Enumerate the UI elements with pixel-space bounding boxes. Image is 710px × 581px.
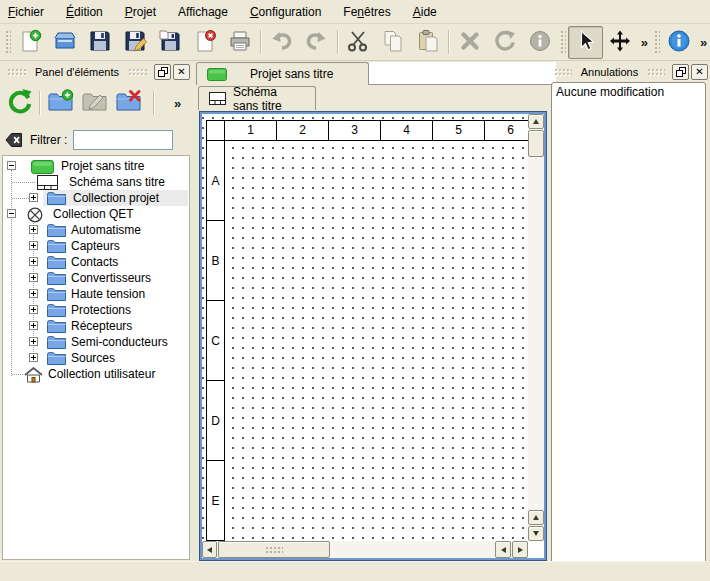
menu-fenetres[interactable]: Fenêtres: [343, 5, 390, 19]
row-header-column: A B C D E: [207, 141, 225, 541]
open-project-button[interactable]: [48, 26, 83, 59]
tree-item-project[interactable]: Projet sans titre: [3, 158, 189, 174]
undo-panel-title-bar[interactable]: Annulations ✕: [549, 62, 708, 81]
menu-configuration[interactable]: Configuration: [250, 5, 321, 19]
expand-expander-icon[interactable]: [29, 305, 38, 314]
edit-element-button[interactable]: [77, 86, 111, 120]
tree-item-label: Collection utilisateur: [48, 367, 155, 381]
paste-button[interactable]: [411, 26, 446, 59]
application-window: Fichier Édition Projet Affichage Configu…: [0, 0, 710, 581]
cursor-arrow-icon: [574, 29, 598, 56]
print-button[interactable]: [222, 26, 257, 59]
horizontal-scrollbar[interactable]: [202, 541, 528, 558]
move-tool-button[interactable]: [603, 26, 638, 59]
menu-aide[interactable]: Aide: [413, 5, 437, 19]
tree-item-sources[interactable]: Sources: [3, 350, 189, 366]
undo-button[interactable]: [264, 26, 299, 59]
undo-icon: [270, 29, 294, 56]
expand-expander-icon[interactable]: [29, 337, 38, 346]
tree-item-convertisseurs[interactable]: Convertisseurs: [3, 270, 189, 286]
vertical-scrollbar[interactable]: [528, 114, 544, 541]
scroll-down-button[interactable]: [528, 526, 544, 541]
diagram-canvas[interactable]: 1 2 3 4 5 6 A B C D E: [202, 114, 528, 541]
scroll-left-button-2[interactable]: [495, 541, 511, 558]
expand-expander-icon[interactable]: [29, 289, 38, 298]
tree-item-haute-tension[interactable]: Haute tension: [3, 286, 189, 302]
vertical-scrollbar-thumb[interactable]: [528, 130, 544, 157]
undo-history-list[interactable]: Aucune modification: [551, 82, 706, 565]
qet-circle-x-icon: [27, 207, 43, 223]
tree-item-contacts[interactable]: Contacts: [3, 254, 189, 270]
dock-grip: [647, 68, 665, 76]
close-file-icon: [193, 29, 217, 56]
tree-item-recepteurs[interactable]: Récepteurs: [3, 318, 189, 334]
tree-item-automatisme[interactable]: Automatisme: [3, 222, 189, 238]
collapse-expander-icon[interactable]: [7, 161, 16, 170]
select-tool-button[interactable]: [568, 26, 603, 59]
new-document-button[interactable]: [13, 26, 48, 59]
close-panel-button[interactable]: ✕: [173, 64, 190, 80]
toolbar-overflow-button[interactable]: »: [697, 35, 710, 50]
tab-project[interactable]: Projet sans titre: [196, 62, 369, 85]
expand-expander-icon[interactable]: [29, 225, 38, 234]
float-panel-button[interactable]: [154, 64, 171, 80]
arrow-down-icon: [533, 531, 539, 536]
toolbar-drag-handle[interactable]: [653, 29, 660, 55]
menu-edition[interactable]: Édition: [66, 5, 103, 19]
undo-panel-title: Annulations: [577, 66, 643, 78]
close-panel-button[interactable]: ✕: [691, 64, 708, 80]
undo-list-item[interactable]: Aucune modification: [556, 85, 701, 99]
folder-edit-disabled-icon: [81, 88, 108, 118]
tree-item-collection-qet[interactable]: Collection QET: [3, 206, 189, 222]
toolbar-overflow-button[interactable]: »: [638, 35, 651, 50]
collapse-expander-icon[interactable]: [7, 209, 16, 218]
close-file-button[interactable]: [187, 26, 222, 59]
redo-button[interactable]: [299, 26, 334, 59]
filter-input[interactable]: [73, 130, 173, 150]
float-panel-button[interactable]: [672, 64, 689, 80]
tree-item-collection-utilisateur[interactable]: Collection utilisateur: [3, 366, 189, 382]
cut-button[interactable]: [341, 26, 376, 59]
reload-collections-button[interactable]: [2, 86, 36, 120]
toolbar-drag-handle[interactable]: [4, 29, 11, 55]
clear-filter-icon[interactable]: [4, 130, 24, 150]
toolbar-separator: [260, 30, 261, 54]
delete-element-button[interactable]: [111, 86, 145, 120]
menu-fichier[interactable]: Fichier: [8, 5, 44, 19]
tree-item-capteurs[interactable]: Capteurs: [3, 238, 189, 254]
menu-projet[interactable]: Projet: [125, 5, 156, 19]
copy-button[interactable]: [376, 26, 411, 59]
rotate-button[interactable]: [487, 26, 522, 59]
delete-button[interactable]: [452, 26, 487, 59]
expand-expander-icon[interactable]: [29, 257, 38, 266]
scroll-up-button-2[interactable]: [528, 510, 544, 525]
tree-item-schema[interactable]: Schéma sans titre: [3, 174, 189, 190]
elements-toolbar-overflow-button[interactable]: »: [171, 96, 184, 111]
row-header-cell: B: [207, 221, 224, 301]
scroll-left-button[interactable]: [202, 541, 217, 558]
expand-expander-icon[interactable]: [29, 193, 38, 202]
tree-item-semi-conducteurs[interactable]: Semi-conducteurs: [3, 334, 189, 350]
open-folder-icon: [53, 29, 77, 56]
save-all-button[interactable]: [152, 26, 187, 59]
new-element-button[interactable]: [43, 86, 77, 120]
column-header-cell: 6: [485, 121, 528, 140]
expand-expander-icon[interactable]: [29, 273, 38, 282]
tree-item-label: Haute tension: [71, 287, 145, 301]
expand-expander-icon[interactable]: [29, 353, 38, 362]
scroll-up-button[interactable]: [528, 114, 544, 129]
horizontal-scrollbar-thumb[interactable]: [218, 541, 330, 558]
menu-affichage[interactable]: Affichage: [178, 5, 228, 19]
tree-item-protections[interactable]: Protections: [3, 302, 189, 318]
toolbar-drag-handle[interactable]: [559, 29, 566, 55]
scroll-right-button[interactable]: [512, 541, 528, 558]
elements-panel-title-bar[interactable]: Panel d'éléments ✕: [2, 62, 190, 81]
about-info-button[interactable]: [522, 26, 557, 59]
expand-expander-icon[interactable]: [29, 321, 38, 330]
save-as-button[interactable]: [118, 26, 153, 59]
expand-expander-icon[interactable]: [29, 241, 38, 250]
tree-item-collection-projet[interactable]: Collection projet: [3, 190, 189, 206]
save-button[interactable]: [83, 26, 118, 59]
tab-schema[interactable]: Schéma sans titre: [198, 86, 316, 110]
info-button[interactable]: [662, 26, 697, 59]
